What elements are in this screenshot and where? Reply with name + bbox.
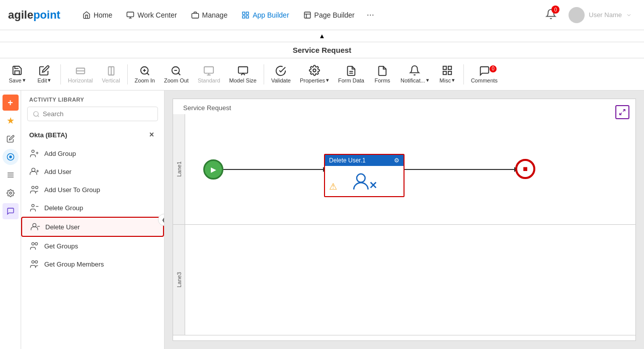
add-user-to-group-label: Add User To Group [44, 186, 100, 194]
svg-rect-30 [448, 66, 451, 69]
activity-items-list: Add Group Add User Add User To Group Del… [21, 144, 164, 349]
svg-line-16 [147, 73, 149, 75]
validate-label: Validate [271, 77, 291, 83]
notifications-button[interactable]: Notificat... ▾ [396, 63, 433, 85]
toolbar-separator-2 [127, 64, 128, 84]
svg-point-51 [33, 223, 36, 227]
add-group-label: Add Group [44, 150, 76, 157]
sidebar-chat-button[interactable] [3, 203, 19, 219]
svg-line-40 [38, 115, 39, 117]
get-group-members-item[interactable]: Get Group Members [21, 255, 164, 273]
save-label: Save [9, 77, 21, 83]
delete-user-item[interactable]: Delete User [21, 217, 164, 237]
comments-button[interactable]: 0 Comments [467, 63, 502, 85]
nav-pagebuilder-label: Page Builder [314, 11, 355, 19]
svg-point-44 [32, 168, 35, 171]
svg-rect-31 [443, 71, 446, 74]
svg-point-53 [32, 242, 34, 245]
delete-group-icon [29, 203, 39, 213]
page-title: Service Request [293, 46, 352, 54]
end-node[interactable] [515, 159, 535, 179]
canvas-inner[interactable]: Service Request Lane1 Dele [173, 99, 636, 341]
activity-library-title: ACTIVITY LIBRARY [29, 97, 84, 103]
properties-label: Properties [300, 77, 325, 83]
svg-point-56 [35, 260, 38, 263]
nav-appbuilder[interactable]: App Builder [235, 7, 295, 23]
chevron-bar[interactable]: ▲ [0, 30, 644, 42]
add-user-to-group-icon [29, 185, 39, 195]
add-user-label: Add User [44, 168, 71, 176]
svg-point-49 [32, 204, 34, 207]
lane3-label: Lane3 [173, 225, 185, 335]
nav-right: 0 User Name [543, 5, 636, 25]
svg-point-54 [35, 242, 38, 245]
zoom-out-button[interactable]: Zoom Out [160, 63, 193, 85]
zoom-in-button[interactable]: Zoom In [131, 63, 159, 85]
close-section-button[interactable]: × [147, 128, 156, 141]
search-input[interactable] [43, 110, 152, 118]
sidebar-star-button[interactable]: ★ [3, 113, 19, 129]
svg-point-39 [34, 111, 38, 116]
search-bar[interactable] [27, 107, 158, 121]
form-data-button[interactable]: Form Data [334, 63, 368, 85]
get-group-members-icon [29, 259, 39, 269]
start-node[interactable] [203, 159, 223, 180]
forms-button[interactable]: Forms [369, 63, 395, 85]
activity-library: ACTIVITY LIBRARY Okta (BETA) × Add Group… [21, 91, 165, 349]
delete-user-task[interactable]: Delete User.1 ⚙ ⚠ [324, 154, 405, 197]
notification-button[interactable]: 0 [543, 7, 558, 23]
nav-items: Home Work Center Manage App Builder Page… [76, 6, 543, 24]
toolbar-separator-3 [264, 64, 264, 84]
sidebar-icons: + ★ [0, 91, 21, 349]
delete-group-label: Delete Group [44, 204, 83, 212]
add-user-item[interactable]: Add User [21, 162, 164, 181]
svg-rect-4 [243, 12, 245, 15]
add-group-item[interactable]: Add Group [21, 144, 164, 162]
nav-workcenter[interactable]: Work Center [120, 7, 183, 23]
svg-point-59 [357, 174, 365, 183]
svg-rect-32 [448, 71, 451, 74]
toolbar: Save ▾ Edit ▾ Horizontal Vertical Zoom I… [0, 58, 644, 91]
svg-point-26 [313, 69, 316, 72]
lane1: Lane1 Delete User.1 ⚙ [173, 114, 635, 225]
form-data-label: Form Data [338, 77, 364, 83]
page-title-bar: Service Request [0, 42, 644, 58]
horizontal-button: Horizontal [64, 63, 97, 85]
top-navigation: agilepoint Home Work Center Manage App B… [0, 0, 644, 30]
sidebar-add-button[interactable]: + [3, 95, 19, 111]
zoom-out-label: Zoom Out [164, 77, 189, 83]
model-size-button[interactable]: Model Size [225, 63, 261, 85]
add-user-to-group-item[interactable]: Add User To Group [21, 181, 164, 199]
activity-library-header: ACTIVITY LIBRARY [21, 91, 164, 107]
task-gear-icon[interactable]: ⚙ [394, 157, 399, 164]
sidebar-circle-button[interactable] [3, 149, 19, 165]
validate-button[interactable]: Validate [267, 63, 295, 85]
svg-point-47 [32, 186, 34, 189]
notification-badge: 0 [551, 6, 559, 14]
toolbar-separator-4 [463, 64, 464, 84]
svg-point-55 [32, 260, 34, 263]
svg-rect-6 [243, 16, 245, 18]
add-group-icon [29, 148, 39, 158]
nav-more[interactable]: ··· [363, 6, 378, 24]
task-warning-icon: ⚠ [329, 181, 337, 192]
canvas-area: Service Request Lane1 Dele [165, 91, 644, 349]
nav-manage[interactable]: Manage [185, 7, 234, 23]
edit-button[interactable]: Edit ▾ [31, 63, 57, 85]
nav-home[interactable]: Home [76, 7, 118, 23]
misc-button[interactable]: Misc ▾ [434, 63, 460, 85]
sidebar-gear-button[interactable] [3, 185, 19, 201]
zoom-in-label: Zoom In [135, 77, 155, 83]
logo[interactable]: agilepoint [8, 9, 60, 22]
sidebar-list-button[interactable] [3, 167, 19, 183]
svg-rect-22 [204, 66, 213, 73]
get-groups-item[interactable]: Get Groups [21, 237, 164, 255]
delete-group-item[interactable]: Delete Group [21, 199, 164, 217]
nav-pagebuilder[interactable]: Page Builder [297, 7, 361, 23]
lane3: Lane3 [173, 225, 635, 335]
sidebar-edit-button[interactable] [3, 131, 19, 147]
nav-home-label: Home [94, 11, 112, 19]
user-menu[interactable]: User Name [565, 5, 636, 25]
properties-button[interactable]: Properties ▾ [296, 63, 333, 85]
save-button[interactable]: Save ▾ [4, 63, 30, 85]
